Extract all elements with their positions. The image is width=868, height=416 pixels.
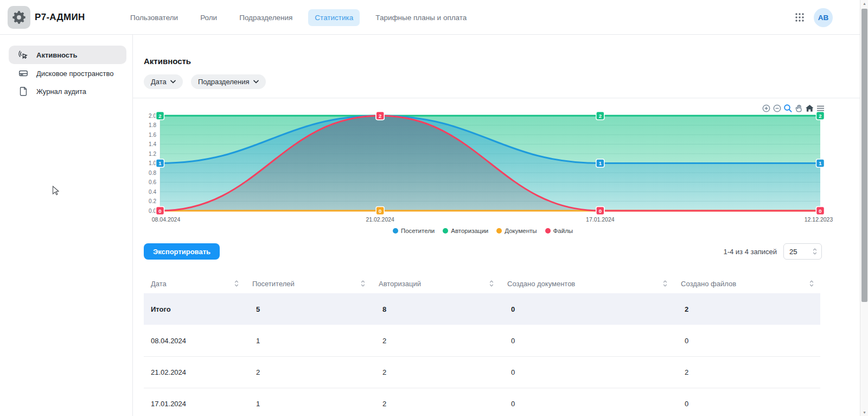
column-header-files[interactable]: Создано файлов [674, 280, 820, 288]
svg-text:1.6: 1.6 [149, 132, 156, 138]
sidebar-item-label: Журнал аудита [36, 87, 86, 96]
svg-text:0.4: 0.4 [149, 189, 156, 195]
svg-text:1.2: 1.2 [149, 151, 156, 157]
svg-text:12.12.2023: 12.12.2023 [805, 216, 833, 223]
svg-text:17.01.2024: 17.01.2024 [586, 216, 615, 223]
total-visitors: 5 [245, 305, 372, 313]
sidebar-item-label: Активность [36, 51, 77, 59]
filter-label: Дата [151, 78, 167, 86]
svg-text:0: 0 [379, 208, 381, 214]
nav-item-departments[interactable]: Подразделения [233, 9, 299, 26]
column-header-authorizations[interactable]: Авторизаций [372, 280, 500, 288]
top-navbar: Р7-АДМИН Пользователи Роли Подразделения… [0, 0, 860, 35]
section-divider [133, 98, 860, 98]
column-header-date[interactable]: Дата [144, 280, 245, 288]
row-documents: 0 [500, 368, 674, 376]
svg-text:2.0: 2.0 [149, 113, 156, 119]
app-window: Р7-АДМИН Пользователи Роли Подразделения… [0, 0, 868, 416]
legend-label: Документы [505, 228, 537, 234]
row-files: 0 [674, 400, 820, 408]
sidebar-item-activity[interactable]: Активность [9, 46, 126, 64]
spinner-icon [813, 248, 817, 255]
table-row: 08.04.2024 1 2 0 0 [144, 325, 820, 356]
row-date: 08.04.2024 [144, 337, 245, 345]
legend-dot [443, 228, 448, 234]
page-size-value: 25 [789, 248, 797, 256]
sort-icon [809, 280, 814, 287]
row-authorizations: 2 [372, 368, 500, 376]
svg-text:2: 2 [599, 113, 602, 119]
column-header-documents[interactable]: Создано документов [500, 280, 674, 288]
scrollbar-up-arrow[interactable]: ▲ [860, 2, 868, 5]
svg-text:2: 2 [379, 113, 381, 119]
sidebar-item-label: Дисковое пространство [36, 70, 114, 78]
page-scrollbar[interactable]: ▲ ▼ [860, 0, 868, 416]
row-date: 21.02.2024 [144, 368, 245, 376]
mouse-cursor [52, 186, 60, 196]
brand-title: Р7-АДМИН [35, 0, 85, 35]
row-authorizations: 2 [372, 400, 500, 408]
total-documents: 0 [500, 305, 674, 313]
gear-icon [11, 10, 27, 25]
main-nav: Пользователи Роли Подразделения Статисти… [124, 0, 473, 35]
legend-item[interactable]: Файлы [545, 228, 573, 234]
legend-item[interactable]: Авторизации [443, 228, 488, 234]
scrollbar-thumb[interactable] [861, 9, 867, 302]
apps-grid-icon[interactable] [794, 12, 805, 23]
svg-text:1.8: 1.8 [149, 122, 156, 128]
svg-text:0.8: 0.8 [149, 170, 156, 176]
legend-dot [545, 228, 551, 234]
row-date: 17.01.2024 [144, 400, 245, 408]
activity-table: Дата Посетителей Авторизаций Создано док… [144, 274, 820, 416]
sidebar-item-audit-log[interactable]: Журнал аудита [9, 83, 126, 99]
legend-label: Файлы [553, 228, 573, 234]
svg-text:0: 0 [599, 208, 602, 214]
svg-text:0.0: 0.0 [149, 208, 156, 214]
activity-chart-canvas[interactable]: 2.01.81.61.41.21.00.80.60.40.20.02222121… [133, 111, 833, 226]
svg-text:08.04.2024: 08.04.2024 [152, 216, 181, 223]
legend-label: Авторизации [451, 228, 488, 234]
export-button[interactable]: Экспортировать [144, 243, 220, 260]
sidebar-item-disk-space[interactable]: Дисковое пространство [9, 65, 126, 81]
svg-text:0.2: 0.2 [149, 198, 156, 204]
table-total-row: Итого 5 8 0 2 [144, 293, 820, 325]
sort-icon [663, 280, 667, 287]
row-files: 2 [674, 368, 820, 376]
legend-item[interactable]: Документы [496, 228, 537, 234]
svg-text:1.0: 1.0 [149, 160, 156, 166]
records-count: 1-4 из 4 записей [667, 248, 777, 256]
legend-label: Посетители [401, 228, 435, 234]
table-row: 17.01.2024 1 2 0 0 [144, 388, 820, 416]
sort-icon [234, 280, 239, 287]
legend-item[interactable]: Посетители [393, 228, 435, 234]
svg-text:1: 1 [819, 160, 822, 166]
row-visitors: 2 [245, 368, 372, 376]
svg-text:1: 1 [158, 160, 162, 166]
column-header-visitors[interactable]: Посетителей [245, 280, 372, 288]
page-size-select[interactable]: 25 [783, 243, 822, 260]
filter-date-button[interactable]: Дата [144, 74, 183, 89]
filter-departments-button[interactable]: Подразделения [191, 74, 266, 89]
total-files: 2 [674, 305, 820, 313]
scrollbar-down-arrow[interactable]: ▼ [860, 411, 868, 414]
nav-item-users[interactable]: Пользователи [124, 9, 184, 26]
legend-dot [496, 228, 502, 234]
nav-item-tariffs[interactable]: Тарифные планы и оплата [369, 9, 473, 26]
row-files: 0 [674, 337, 820, 345]
chevron-down-icon [253, 80, 259, 84]
table-header-row: Дата Посетителей Авторизаций Создано док… [144, 274, 820, 293]
app-logo [8, 6, 30, 29]
svg-text:1: 1 [599, 160, 602, 166]
row-authorizations: 2 [372, 337, 500, 345]
user-avatar[interactable]: АВ [814, 8, 833, 27]
sort-icon [361, 280, 365, 287]
filter-label: Подразделения [198, 78, 250, 86]
nav-item-roles[interactable]: Роли [194, 9, 224, 26]
svg-text:2: 2 [819, 113, 821, 119]
chevron-down-icon [170, 80, 176, 84]
sidebar: Активность Дисковое пространство Журнал … [0, 35, 133, 416]
table-row: 21.02.2024 2 2 0 2 [144, 356, 820, 388]
svg-text:0.6: 0.6 [149, 179, 156, 185]
legend-dot [393, 228, 398, 234]
nav-item-statistics[interactable]: Статистика [308, 9, 360, 26]
